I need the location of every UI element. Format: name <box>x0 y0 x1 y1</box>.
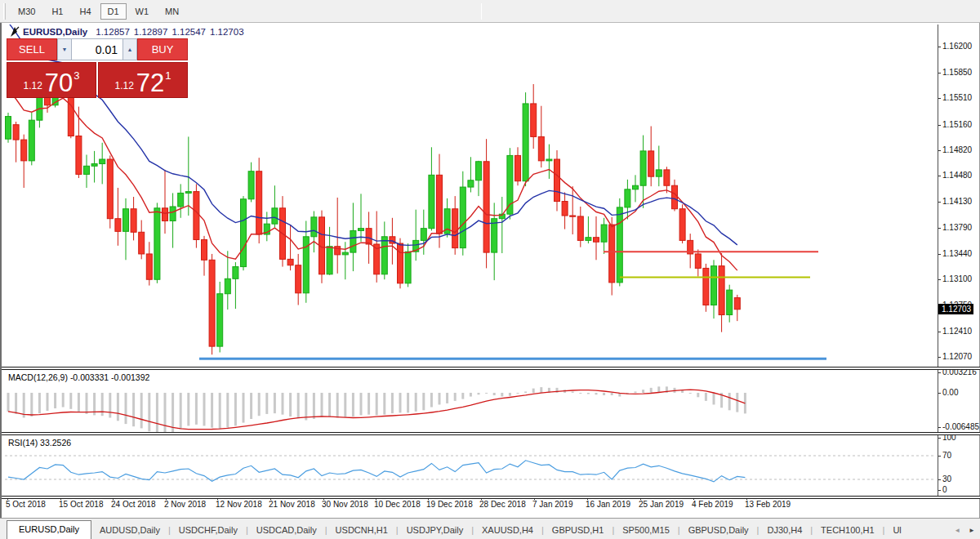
symbol-period-label: EURUSD,Daily <box>23 27 87 37</box>
timeframe-buttons: M30H1H4D1W1MN <box>10 3 187 20</box>
tab-scroll-arrows: ◄ ► <box>954 527 980 539</box>
buy-price-digits: 72 <box>136 72 164 95</box>
price-tick-label: 1.12410 <box>942 327 972 336</box>
tab-audusd-daily[interactable]: AUDUSD,Daily <box>91 522 168 539</box>
tab-tech100-h1[interactable]: TECH100,H1 <box>813 522 882 539</box>
date-tick-label: 13 Feb 2019 <box>745 500 791 509</box>
rsi-label: RSI(14) 33.2526 <box>8 438 71 448</box>
buy-price-box[interactable]: 1.12 72 1 <box>98 62 188 98</box>
timeframe-button-w1[interactable]: W1 <box>128 3 157 20</box>
tab-gbpusd-h1[interactable]: GBPUSD,H1 <box>544 522 612 539</box>
volume-input[interactable] <box>72 38 122 60</box>
price-tick-label: 1.13440 <box>942 249 972 258</box>
price-tick-label: 1.14820 <box>942 145 972 154</box>
date-tick-label: 28 Dec 2018 <box>479 500 526 509</box>
timeframe-button-h4[interactable]: H4 <box>72 3 98 20</box>
tab-usdcnh-h1[interactable]: USDCNH,H1 <box>327 522 396 539</box>
date-tick-label: 7 Jan 2019 <box>532 500 573 509</box>
chart-title: EURUSD,Daily 1.12857 1.12897 1.12547 1.1… <box>8 26 248 38</box>
bar-close-value: 1.12703 <box>210 27 244 37</box>
date-tick-label: 2 Nov 2018 <box>164 500 206 509</box>
rsi-tick-label: 30 <box>942 474 951 483</box>
macd-splitter[interactable] <box>2 367 980 370</box>
sell-button[interactable]: SELL <box>7 38 57 60</box>
buy-button[interactable]: BUY <box>137 38 188 60</box>
rsi-value: 33.2526 <box>40 438 71 448</box>
date-axis-border <box>2 496 980 499</box>
tab-ul[interactable]: Ul <box>884 522 909 539</box>
timeframe-button-d1[interactable]: D1 <box>100 3 127 20</box>
chart-window[interactable]: EURUSD,Daily 1.12857 1.12897 1.12547 1.1… <box>0 23 980 518</box>
chevron-down-icon: ▼ <box>62 47 68 52</box>
macd-label: MACD(12,26,9) -0.003331 -0.001392 <box>8 372 149 382</box>
cursor-arrow-icon <box>8 26 20 38</box>
rsi-splitter[interactable] <box>2 432 980 435</box>
toolbar-separator <box>481 3 482 20</box>
price-tick-label: 1.15850 <box>942 68 972 77</box>
price-tick-label: 1.12070 <box>942 352 972 361</box>
date-tick-label: 19 Dec 2018 <box>426 500 473 509</box>
bar-low-value: 1.12547 <box>172 27 206 37</box>
date-tick-label: 30 Nov 2018 <box>322 500 368 509</box>
sell-price-pip: 3 <box>74 69 79 82</box>
price-tick-label: 1.14130 <box>942 197 972 206</box>
date-tick-label: 25 Jan 2019 <box>639 500 684 509</box>
date-tick-label: 21 Nov 2018 <box>269 500 315 509</box>
date-tick-label: 5 Oct 2018 <box>6 500 46 509</box>
toolbar-grip[interactable] <box>3 3 6 20</box>
price-axis-line <box>938 24 938 497</box>
price-tick-label: 1.15510 <box>942 93 972 102</box>
tab-dj30-h4[interactable]: DJ30,H4 <box>759 522 810 539</box>
tab-usdcad-daily[interactable]: USDCAD,Daily <box>248 522 325 539</box>
tab-usdjpy-daily[interactable]: USDJPY,Daily <box>399 522 472 539</box>
sell-price-box[interactable]: 1.12 70 3 <box>7 62 96 98</box>
macd-tick-label: -0.006485 <box>942 422 979 431</box>
timeframe-button-mn[interactable]: MN <box>158 3 186 20</box>
date-tick-label: 16 Jan 2019 <box>586 500 630 509</box>
date-tick-label: 4 Feb 2019 <box>692 500 733 509</box>
date-tick-label: 10 Dec 2018 <box>374 500 421 509</box>
date-tick-label: 15 Oct 2018 <box>59 500 103 509</box>
tab-usdchf-daily[interactable]: USDCHF,Daily <box>171 522 246 539</box>
macd-tick-label: 0.00 <box>942 388 958 397</box>
chart-tab-bar: EURUSD,DailyAUDUSD,Daily|USDCHF,Daily|US… <box>0 518 980 539</box>
date-tick-label: 24 Oct 2018 <box>111 500 155 509</box>
current-price-tag: 1.12703 <box>938 304 973 314</box>
volume-decrease-button[interactable]: ▼ <box>57 38 72 60</box>
one-click-trading-widget: SELL ▼ ▲ BUY 1.12 70 3 1.12 72 1 <box>7 38 188 98</box>
price-tick-label: 1.16200 <box>942 42 972 51</box>
chevron-up-icon: ▲ <box>127 47 133 52</box>
tab-xauusd-h4[interactable]: XAUUSD,H4 <box>474 522 541 539</box>
price-tick-label: 1.14480 <box>942 171 972 180</box>
tab-sp500-m15[interactable]: SP500,M15 <box>614 522 677 539</box>
price-tick-label: 1.13790 <box>942 223 972 232</box>
price-tick-label: 1.15160 <box>942 120 972 129</box>
tab-items: EURUSD,DailyAUDUSD,Daily|USDCHF,Daily|US… <box>0 520 910 539</box>
buy-price-prefix: 1.12 <box>114 80 133 91</box>
rsi-panel-chart[interactable] <box>2 435 938 496</box>
rsi-tick-label: 0 <box>942 485 947 494</box>
tab-scroll-left-icon[interactable]: ◄ <box>954 527 960 534</box>
timeframe-button-m30[interactable]: M30 <box>11 3 42 20</box>
date-tick-label: 12 Nov 2018 <box>216 500 262 509</box>
buy-price-pip: 1 <box>165 69 171 82</box>
bar-high-value: 1.12897 <box>134 27 168 37</box>
tab-scroll-right-icon[interactable]: ► <box>969 527 975 534</box>
tab-gbpusd-daily[interactable]: GBPUSD,Daily <box>680 522 757 539</box>
price-tick-label: 1.13100 <box>942 274 972 283</box>
sell-price-prefix: 1.12 <box>23 80 42 91</box>
tab-eurusd-daily[interactable]: EURUSD,Daily <box>7 520 91 539</box>
rsi-tick-label: 70 <box>942 451 951 460</box>
timeframe-toolbar: M30H1H4D1W1MN <box>0 0 980 23</box>
timeframe-button-h1[interactable]: H1 <box>44 3 70 20</box>
volume-increase-button[interactable]: ▲ <box>122 38 137 60</box>
macd-values: -0.003331 -0.001392 <box>70 372 150 382</box>
sell-price-digits: 70 <box>45 72 73 95</box>
bar-open-value: 1.12857 <box>96 27 130 37</box>
